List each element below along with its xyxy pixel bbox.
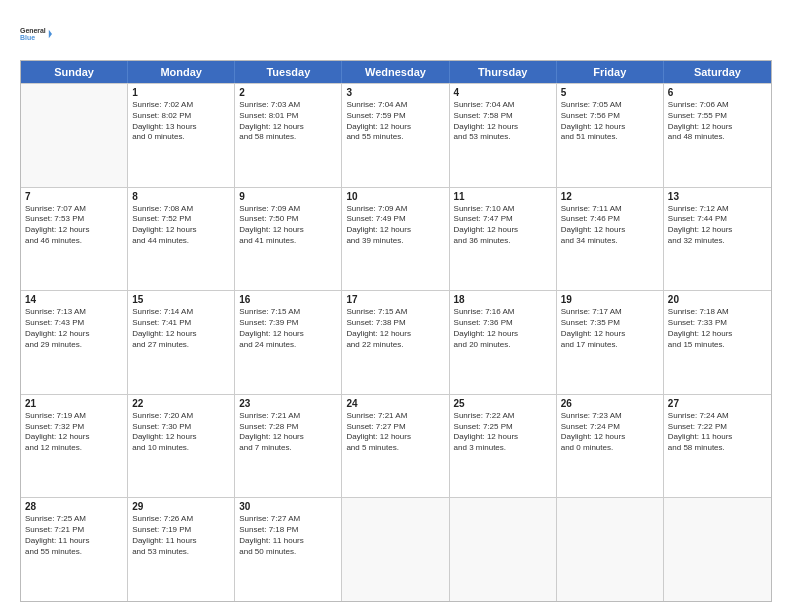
day-number: 26 bbox=[561, 398, 659, 409]
day-cell-20: 20Sunrise: 7:18 AMSunset: 7:33 PMDayligh… bbox=[664, 291, 771, 394]
day-info: Sunrise: 7:03 AMSunset: 8:01 PMDaylight:… bbox=[239, 100, 337, 143]
day-cell-7: 7Sunrise: 7:07 AMSunset: 7:53 PMDaylight… bbox=[21, 188, 128, 291]
day-info: Sunrise: 7:15 AMSunset: 7:39 PMDaylight:… bbox=[239, 307, 337, 350]
day-cell-1: 1Sunrise: 7:02 AMSunset: 8:02 PMDaylight… bbox=[128, 84, 235, 187]
day-info: Sunrise: 7:22 AMSunset: 7:25 PMDaylight:… bbox=[454, 411, 552, 454]
day-cell-2: 2Sunrise: 7:03 AMSunset: 8:01 PMDaylight… bbox=[235, 84, 342, 187]
day-cell-6: 6Sunrise: 7:06 AMSunset: 7:55 PMDaylight… bbox=[664, 84, 771, 187]
calendar-week-5: 28Sunrise: 7:25 AMSunset: 7:21 PMDayligh… bbox=[21, 497, 771, 601]
day-number: 25 bbox=[454, 398, 552, 409]
day-cell-11: 11Sunrise: 7:10 AMSunset: 7:47 PMDayligh… bbox=[450, 188, 557, 291]
day-info: Sunrise: 7:09 AMSunset: 7:50 PMDaylight:… bbox=[239, 204, 337, 247]
header-day-friday: Friday bbox=[557, 61, 664, 83]
day-info: Sunrise: 7:25 AMSunset: 7:21 PMDaylight:… bbox=[25, 514, 123, 557]
day-info: Sunrise: 7:26 AMSunset: 7:19 PMDaylight:… bbox=[132, 514, 230, 557]
day-number: 27 bbox=[668, 398, 767, 409]
day-number: 21 bbox=[25, 398, 123, 409]
day-number: 23 bbox=[239, 398, 337, 409]
day-info: Sunrise: 7:12 AMSunset: 7:44 PMDaylight:… bbox=[668, 204, 767, 247]
day-cell-28: 28Sunrise: 7:25 AMSunset: 7:21 PMDayligh… bbox=[21, 498, 128, 601]
header: General Blue bbox=[20, 18, 772, 50]
day-info: Sunrise: 7:02 AMSunset: 8:02 PMDaylight:… bbox=[132, 100, 230, 143]
day-info: Sunrise: 7:08 AMSunset: 7:52 PMDaylight:… bbox=[132, 204, 230, 247]
day-cell-9: 9Sunrise: 7:09 AMSunset: 7:50 PMDaylight… bbox=[235, 188, 342, 291]
header-day-tuesday: Tuesday bbox=[235, 61, 342, 83]
day-info: Sunrise: 7:23 AMSunset: 7:24 PMDaylight:… bbox=[561, 411, 659, 454]
calendar-body: 1Sunrise: 7:02 AMSunset: 8:02 PMDaylight… bbox=[21, 83, 771, 601]
header-day-wednesday: Wednesday bbox=[342, 61, 449, 83]
day-cell-19: 19Sunrise: 7:17 AMSunset: 7:35 PMDayligh… bbox=[557, 291, 664, 394]
day-cell-13: 13Sunrise: 7:12 AMSunset: 7:44 PMDayligh… bbox=[664, 188, 771, 291]
day-info: Sunrise: 7:04 AMSunset: 7:58 PMDaylight:… bbox=[454, 100, 552, 143]
day-number: 19 bbox=[561, 294, 659, 305]
day-number: 4 bbox=[454, 87, 552, 98]
day-info: Sunrise: 7:18 AMSunset: 7:33 PMDaylight:… bbox=[668, 307, 767, 350]
day-info: Sunrise: 7:06 AMSunset: 7:55 PMDaylight:… bbox=[668, 100, 767, 143]
day-cell-27: 27Sunrise: 7:24 AMSunset: 7:22 PMDayligh… bbox=[664, 395, 771, 498]
day-cell-12: 12Sunrise: 7:11 AMSunset: 7:46 PMDayligh… bbox=[557, 188, 664, 291]
day-cell-14: 14Sunrise: 7:13 AMSunset: 7:43 PMDayligh… bbox=[21, 291, 128, 394]
day-number: 14 bbox=[25, 294, 123, 305]
day-info: Sunrise: 7:09 AMSunset: 7:49 PMDaylight:… bbox=[346, 204, 444, 247]
empty-cell bbox=[450, 498, 557, 601]
day-number: 15 bbox=[132, 294, 230, 305]
day-cell-10: 10Sunrise: 7:09 AMSunset: 7:49 PMDayligh… bbox=[342, 188, 449, 291]
svg-marker-2 bbox=[49, 30, 52, 39]
svg-text:General: General bbox=[20, 27, 46, 34]
empty-cell bbox=[557, 498, 664, 601]
day-cell-25: 25Sunrise: 7:22 AMSunset: 7:25 PMDayligh… bbox=[450, 395, 557, 498]
day-cell-16: 16Sunrise: 7:15 AMSunset: 7:39 PMDayligh… bbox=[235, 291, 342, 394]
calendar-week-2: 7Sunrise: 7:07 AMSunset: 7:53 PMDaylight… bbox=[21, 187, 771, 291]
day-number: 24 bbox=[346, 398, 444, 409]
day-number: 11 bbox=[454, 191, 552, 202]
day-cell-30: 30Sunrise: 7:27 AMSunset: 7:18 PMDayligh… bbox=[235, 498, 342, 601]
day-info: Sunrise: 7:21 AMSunset: 7:27 PMDaylight:… bbox=[346, 411, 444, 454]
day-number: 30 bbox=[239, 501, 337, 512]
day-cell-4: 4Sunrise: 7:04 AMSunset: 7:58 PMDaylight… bbox=[450, 84, 557, 187]
day-number: 7 bbox=[25, 191, 123, 202]
day-info: Sunrise: 7:10 AMSunset: 7:47 PMDaylight:… bbox=[454, 204, 552, 247]
day-info: Sunrise: 7:16 AMSunset: 7:36 PMDaylight:… bbox=[454, 307, 552, 350]
day-info: Sunrise: 7:24 AMSunset: 7:22 PMDaylight:… bbox=[668, 411, 767, 454]
day-info: Sunrise: 7:14 AMSunset: 7:41 PMDaylight:… bbox=[132, 307, 230, 350]
day-info: Sunrise: 7:20 AMSunset: 7:30 PMDaylight:… bbox=[132, 411, 230, 454]
day-info: Sunrise: 7:27 AMSunset: 7:18 PMDaylight:… bbox=[239, 514, 337, 557]
day-cell-29: 29Sunrise: 7:26 AMSunset: 7:19 PMDayligh… bbox=[128, 498, 235, 601]
calendar-week-4: 21Sunrise: 7:19 AMSunset: 7:32 PMDayligh… bbox=[21, 394, 771, 498]
day-number: 6 bbox=[668, 87, 767, 98]
day-info: Sunrise: 7:21 AMSunset: 7:28 PMDaylight:… bbox=[239, 411, 337, 454]
header-day-sunday: Sunday bbox=[21, 61, 128, 83]
day-number: 16 bbox=[239, 294, 337, 305]
svg-text:Blue: Blue bbox=[20, 34, 35, 41]
logo-svg: General Blue bbox=[20, 18, 52, 50]
calendar-header: SundayMondayTuesdayWednesdayThursdayFrid… bbox=[21, 61, 771, 83]
day-cell-18: 18Sunrise: 7:16 AMSunset: 7:36 PMDayligh… bbox=[450, 291, 557, 394]
empty-cell bbox=[21, 84, 128, 187]
day-number: 20 bbox=[668, 294, 767, 305]
day-number: 5 bbox=[561, 87, 659, 98]
day-number: 9 bbox=[239, 191, 337, 202]
day-number: 8 bbox=[132, 191, 230, 202]
page: General Blue SundayMondayTuesdayWednesda… bbox=[0, 0, 792, 612]
day-number: 17 bbox=[346, 294, 444, 305]
day-number: 13 bbox=[668, 191, 767, 202]
day-cell-17: 17Sunrise: 7:15 AMSunset: 7:38 PMDayligh… bbox=[342, 291, 449, 394]
day-info: Sunrise: 7:07 AMSunset: 7:53 PMDaylight:… bbox=[25, 204, 123, 247]
day-info: Sunrise: 7:04 AMSunset: 7:59 PMDaylight:… bbox=[346, 100, 444, 143]
calendar-week-3: 14Sunrise: 7:13 AMSunset: 7:43 PMDayligh… bbox=[21, 290, 771, 394]
day-cell-23: 23Sunrise: 7:21 AMSunset: 7:28 PMDayligh… bbox=[235, 395, 342, 498]
day-number: 10 bbox=[346, 191, 444, 202]
day-number: 1 bbox=[132, 87, 230, 98]
day-number: 28 bbox=[25, 501, 123, 512]
day-info: Sunrise: 7:13 AMSunset: 7:43 PMDaylight:… bbox=[25, 307, 123, 350]
header-day-saturday: Saturday bbox=[664, 61, 771, 83]
day-cell-21: 21Sunrise: 7:19 AMSunset: 7:32 PMDayligh… bbox=[21, 395, 128, 498]
day-number: 29 bbox=[132, 501, 230, 512]
day-number: 2 bbox=[239, 87, 337, 98]
day-info: Sunrise: 7:17 AMSunset: 7:35 PMDaylight:… bbox=[561, 307, 659, 350]
day-info: Sunrise: 7:15 AMSunset: 7:38 PMDaylight:… bbox=[346, 307, 444, 350]
header-day-thursday: Thursday bbox=[450, 61, 557, 83]
day-info: Sunrise: 7:11 AMSunset: 7:46 PMDaylight:… bbox=[561, 204, 659, 247]
day-info: Sunrise: 7:05 AMSunset: 7:56 PMDaylight:… bbox=[561, 100, 659, 143]
day-number: 22 bbox=[132, 398, 230, 409]
